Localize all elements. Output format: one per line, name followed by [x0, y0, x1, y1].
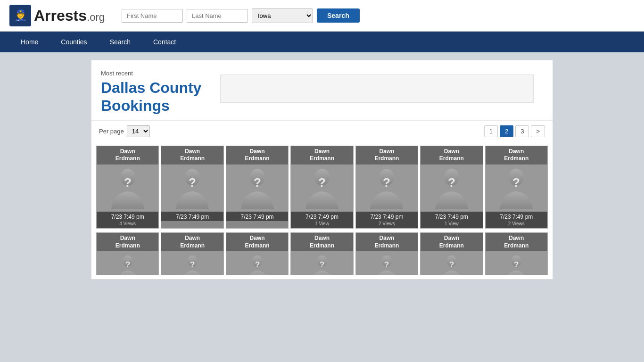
per-page-label: Per page [99, 128, 124, 135]
booking-card[interactable]: DawnErdmann ? 7/23 7:49 pm 4 Views [96, 146, 159, 229]
booking-card[interactable]: DawnErdmann ? 7/23 7:49 pm 2 Views [355, 146, 418, 229]
booking-time: 7/23 7:49 pm [97, 212, 158, 221]
booking-name: DawnErdmann [486, 233, 547, 251]
booking-card[interactable]: DawnErdmann ? 7/23 7:49 pm [161, 146, 223, 229]
state-select[interactable]: Iowa Alabama Alaska Arizona California [252, 8, 313, 23]
nav-search[interactable]: Search [99, 32, 142, 52]
booking-card[interactable]: DawnErdmann ? [355, 232, 418, 275]
booking-card[interactable]: DawnErdmann ? [226, 232, 289, 275]
nav-home[interactable]: Home [9, 32, 50, 52]
booking-card[interactable]: DawnErdmann ? 7/23 7:49 pm 1 View [290, 146, 353, 229]
logo-icon: 👮 [9, 5, 31, 26]
booking-photo: ? [486, 165, 547, 212]
booking-card[interactable]: DawnErdmann ? [420, 232, 483, 275]
booking-name: DawnErdmann [226, 233, 288, 251]
booking-name: DawnErdmann [97, 233, 158, 251]
svg-text:?: ? [189, 175, 196, 189]
main-nav: Home Counties Search Contact [0, 32, 644, 52]
main-content: Most recent Dallas CountyBookings Per pa… [86, 60, 558, 280]
silhouette-icon: ? [497, 167, 535, 209]
nav-counties[interactable]: Counties [50, 32, 98, 52]
booking-name: DawnErdmann [226, 146, 288, 165]
page-header: Most recent Dallas CountyBookings [91, 60, 553, 120]
bookings-grid-row1: DawnErdmann ? 7/23 7:49 pm 4 Views DawnE… [91, 142, 553, 232]
pagination: 1 2 3 > [484, 125, 545, 137]
booking-card[interactable]: DawnErdmann ? 7/23 7:49 pm 2 Views [485, 146, 548, 229]
site-logo[interactable]: 👮 Arrests.org [9, 5, 105, 26]
silhouette-icon: ? [109, 167, 147, 209]
page-2[interactable]: 2 [500, 125, 513, 137]
booking-time: 7/23 7:49 pm [226, 212, 288, 221]
page-3[interactable]: 3 [515, 125, 529, 137]
silhouette-icon: ? [114, 254, 142, 275]
last-name-input[interactable] [187, 9, 248, 23]
booking-name: DawnErdmann [291, 233, 353, 251]
booking-time: 7/23 7:49 pm [486, 212, 547, 221]
booking-time: 7/23 7:49 pm [291, 212, 353, 221]
booking-photo: ? [226, 165, 288, 212]
svg-text:?: ? [124, 175, 132, 189]
booking-card[interactable]: DawnErdmann ? 7/23 7:49 pm 1 View [420, 146, 483, 229]
silhouette-icon: ? [433, 167, 471, 209]
svg-text:?: ? [449, 260, 454, 269]
booking-views: 2 Views [356, 221, 418, 228]
booking-card[interactable]: DawnErdmann ? [485, 232, 548, 275]
svg-text:?: ? [125, 260, 130, 269]
svg-text:?: ? [320, 260, 325, 269]
svg-text:?: ? [384, 260, 389, 269]
silhouette-icon: ? [438, 254, 466, 275]
most-recent-label: Most recent [101, 70, 201, 77]
search-button[interactable]: Search [317, 8, 360, 23]
booking-photo: ? [356, 165, 418, 212]
booking-card[interactable]: DawnErdmann ? [290, 232, 353, 275]
booking-photo: ? [226, 251, 288, 275]
content-card: Most recent Dallas CountyBookings Per pa… [91, 60, 553, 280]
booking-photo: ? [291, 251, 353, 275]
svg-text:?: ? [254, 175, 261, 189]
booking-photo: ? [291, 165, 353, 212]
logo-text: Arrests.org [34, 7, 105, 25]
booking-card[interactable]: DawnErdmann ? 7/23 7:49 pm [226, 146, 289, 229]
bookings-grid-row2: DawnErdmann ? DawnErdmann [91, 232, 553, 279]
first-name-input[interactable] [122, 9, 183, 23]
silhouette-icon: ? [173, 167, 211, 209]
booking-name: DawnErdmann [97, 146, 158, 165]
booking-card[interactable]: DawnErdmann ? [96, 232, 159, 275]
page-next[interactable]: > [531, 125, 545, 137]
silhouette-icon: ? [372, 254, 401, 275]
silhouette-icon: ? [239, 167, 276, 209]
per-page-select[interactable]: 7 14 28 [127, 125, 150, 137]
svg-text:?: ? [512, 175, 520, 189]
booking-photo: ? [97, 165, 158, 212]
silhouette-icon: ? [502, 254, 530, 275]
booking-photo: ? [97, 251, 158, 275]
silhouette-icon: ? [368, 167, 405, 209]
booking-card[interactable]: DawnErdmann ? [161, 232, 223, 275]
booking-name: DawnErdmann [421, 146, 482, 165]
nav-contact[interactable]: Contact [142, 32, 187, 52]
booking-name: DawnErdmann [291, 146, 353, 165]
booking-time: 7/23 7:49 pm [421, 212, 482, 221]
silhouette-icon: ? [178, 254, 206, 275]
svg-text:?: ? [514, 260, 519, 269]
svg-text:👮: 👮 [14, 9, 27, 22]
silhouette-icon: ? [303, 167, 341, 209]
svg-text:?: ? [190, 260, 195, 269]
ad-banner [220, 74, 534, 103]
page-1[interactable]: 1 [484, 125, 498, 137]
page-title: Dallas CountyBookings [101, 79, 201, 115]
booking-photo: ? [421, 165, 482, 212]
booking-views: 4 Views [97, 221, 158, 228]
booking-photo: ? [486, 251, 547, 275]
booking-name: DawnErdmann [356, 233, 418, 251]
booking-name: DawnErdmann [161, 146, 223, 165]
booking-photo: ? [421, 251, 482, 275]
booking-name: DawnErdmann [161, 233, 223, 251]
booking-photo: ? [161, 251, 223, 275]
booking-time: 7/23 7:49 pm [161, 212, 223, 221]
booking-photo: ? [356, 251, 418, 275]
svg-text:?: ? [255, 260, 260, 269]
controls-bar: Per page 7 14 28 1 2 3 > [91, 120, 553, 142]
svg-text:?: ? [448, 175, 455, 189]
booking-name: DawnErdmann [486, 146, 547, 165]
